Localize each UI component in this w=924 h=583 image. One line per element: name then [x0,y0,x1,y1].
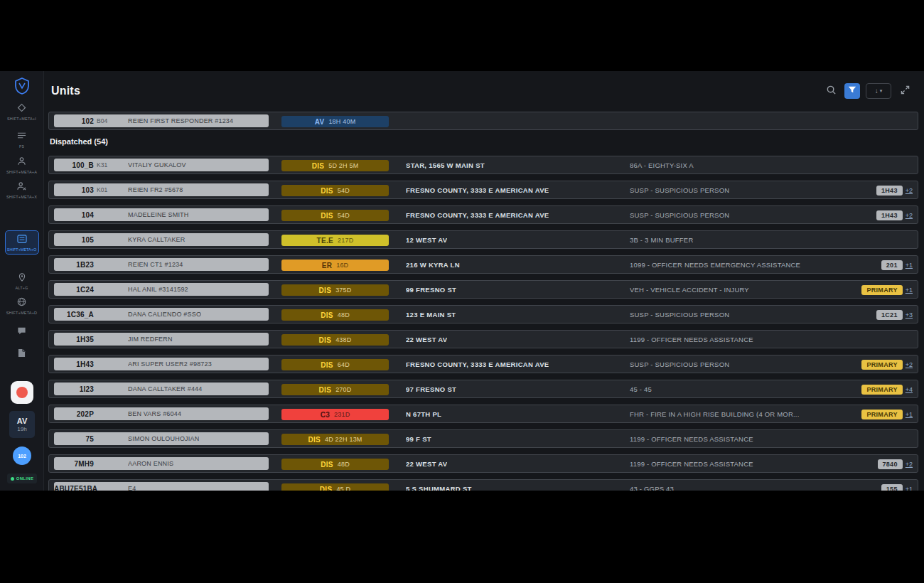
unit-row[interactable]: 102 B04 REIEN FIRST RESPONDER #1234 AV 1… [48,112,918,130]
additional-count-link[interactable]: +4 [906,386,913,393]
unit-status-badge[interactable]: TE.E 217D [281,235,389,246]
unit-row[interactable]: 1C36_A DANA CALIENDO #SSO DIS 48D 123 E … [48,305,918,323]
sidebar-item-globe[interactable]: SHIFT+META+D [4,296,41,315]
status-code: DIS [321,361,333,369]
unit-row[interactable]: 105 KYRA CALLTAKER TE.E 217D 12 WEST AV … [48,230,918,249]
search-button[interactable] [823,83,839,99]
unit-pill[interactable]: 202P BEN VARS #6044 [54,407,269,420]
assignment-badge[interactable]: 155 [881,484,903,491]
assignment-badge[interactable]: 1H43 [876,186,903,196]
unit-pill[interactable]: 1C24 HAL ANIL #3141592 [54,283,269,296]
unit-status-badge[interactable]: DIS 4D 22H 13M [281,434,389,445]
unit-pill[interactable]: ABU7E51BA E4 [54,482,269,491]
expand-icon [901,85,910,97]
unit-row[interactable]: 100_B K31 VITALIY GUKALOV DIS 5D 2H 5M S… [48,156,918,174]
user-status-duration: 19h [17,426,26,432]
unit-id: 1H43 [54,360,94,368]
unit-pill[interactable]: 105 KYRA CALLTAKER [54,233,269,246]
unit-member-name: BEN VARS #6044 [128,410,181,417]
unit-status-badge[interactable]: DIS 45 D [281,483,389,491]
sidebar-item-queue[interactable]: F5 [4,130,41,149]
additional-count-link[interactable]: +2 [906,187,913,194]
unit-pill[interactable]: 100_B K31 VITALIY GUKALOV [54,159,269,171]
unit-row[interactable]: 1H43 ARI SUPER USER2 #98723 DIS 64D FRES… [48,355,918,373]
unit-status-badge[interactable]: DIS 64D [281,359,389,370]
unit-status-badge[interactable]: C3 231D [281,409,389,420]
unit-pill[interactable]: 102 B04 REIEN FIRST RESPONDER #1234 [54,114,269,127]
status-duration: 54D [338,187,350,194]
additional-count-link[interactable]: +3 [906,311,913,319]
unit-status-badge[interactable]: DIS 270D [281,384,389,395]
unit-row[interactable]: 104 MADELEINE SMITH DIS 54D FRESNO COUNT… [48,205,918,224]
assignment-badge[interactable]: 7840 [878,459,903,469]
unit-status-badge[interactable]: DIS 48D [281,309,389,321]
additional-count-link[interactable]: +2 [906,212,913,219]
shortcut-label: ALT+G [15,286,28,290]
unit-pill[interactable]: 75 SIMON OULOUHOJIAN [54,432,269,445]
unit-row[interactable]: 7MH9 AARON ENNIS DIS 48D 22 WEST AV 1199… [48,454,918,473]
assignment-badge[interactable]: 201 [881,260,903,270]
additional-count-link[interactable]: +1 [906,287,913,294]
unit-row[interactable]: 1C24 HAL ANIL #3141592 DIS 375D 99 FRESN… [48,280,918,299]
unit-row[interactable]: 1H35 JIM REDFERN DIS 438D 22 WEST AV 119… [48,330,918,348]
unit-member-name: JIM REDFERN [128,336,173,343]
assignment-badge[interactable]: PRIMARY [861,385,902,395]
unit-row[interactable]: ABU7E51BA E4 DIS 45 D 5 S SHUMMARD ST 43… [48,479,918,491]
unit-row[interactable]: 75 SIMON OULOUHOJIAN DIS 4D 22H 13M 99 F… [48,429,918,448]
incident-location: 12 WEST AV [406,231,447,250]
unit-pill[interactable]: 1I23 DANA CALLTAKER #444 [54,383,269,395]
unit-row[interactable]: 202P BEN VARS #6044 C3 231D N 67TH PL FH… [48,405,918,423]
assignment-badge[interactable]: PRIMARY [861,285,902,295]
unit-status-badge[interactable]: DIS 5D 2H 5M [281,160,389,171]
unit-id: 102 [54,117,94,125]
expand-button[interactable] [897,83,913,99]
user-status-badge[interactable]: AV 19h [9,411,35,438]
unit-row[interactable]: 1I23 DANA CALLTAKER #444 DIS 270D 97 FRE… [48,380,918,398]
record-icon [16,387,28,398]
status-code: TE.E [317,237,333,245]
assignment-badge[interactable]: PRIMARY [861,410,902,419]
additional-count-link[interactable]: +1 [906,486,913,491]
unit-status-badge[interactable]: DIS 375D [281,284,389,296]
additional-count-link[interactable]: +1 [906,411,913,418]
sidebar-item-documents[interactable] [4,348,41,362]
additional-count-link[interactable]: +2 [906,361,913,368]
unit-status-badge[interactable]: DIS 54D [281,185,389,196]
filter-button[interactable] [844,83,860,99]
unit-pill[interactable]: 7MH9 AARON ENNIS [54,457,269,470]
unit-row[interactable]: 1B23 REIEN CT1 #1234 ER 16D 216 W KYRA L… [48,255,918,274]
unit-pill[interactable]: 104 MADELEINE SMITH [54,208,269,221]
unit-pill[interactable]: 1B23 REIEN CT1 #1234 [54,258,269,271]
unit-member-name: AARON ENNIS [128,460,173,467]
sidebar-item-map[interactable]: ALT+G [4,272,41,290]
row-badges: 1C21 +3 [876,306,913,324]
sidebar-item-personnel[interactable]: SHIFT+META+A [4,156,41,174]
unit-pill[interactable]: 1C36_A DANA CALIENDO #SSO [54,308,269,321]
unit-status-badge[interactable]: DIS 438D [281,334,389,346]
avatar[interactable]: 102 [13,446,31,465]
sidebar-item-person-remove[interactable]: SHIFT+META+X [4,181,41,199]
assignment-badge[interactable]: PRIMARY [861,360,902,370]
sidebar-item-units-active[interactable]: SHIFT+META+O [5,230,39,255]
unit-id: ABU7E51BA [54,485,94,491]
unit-pill[interactable]: 1H35 JIM REDFERN [54,333,269,346]
unit-pill[interactable]: 1H43 ARI SUPER USER2 #98723 [54,358,269,370]
additional-count-link[interactable]: +1 [906,262,913,269]
unit-id: 103 [54,186,94,194]
sidebar-item-dashboard[interactable]: SHIFT+META+I [4,102,41,121]
assignment-badge[interactable]: 1C21 [876,310,903,320]
unit-id: 1C24 [54,286,94,294]
record-button[interactable] [11,381,33,404]
unit-status-badge[interactable]: AV 18H 40M [281,116,389,127]
sort-button[interactable]: ↓▾ [866,83,891,99]
assignment-badge[interactable]: 1H43 [876,210,903,220]
unit-status-badge[interactable]: DIS 48D [281,459,389,470]
unit-status-badge[interactable]: ER 16D [281,260,389,271]
sidebar-item-chat[interactable] [4,326,41,340]
sidebar-footer: AV 19h 102 ONLINE [0,381,44,483]
unit-row[interactable]: 103 K01 REIEN FR2 #5678 DIS 54D FRESNO C… [48,181,918,199]
unit-status-badge[interactable]: DIS 54D [281,210,389,221]
additional-count-link[interactable]: +2 [906,461,913,468]
unit-pill[interactable]: 103 K01 REIEN FR2 #5678 [54,183,269,196]
section-header-dispatched: Dispatched (54) [50,137,918,146]
